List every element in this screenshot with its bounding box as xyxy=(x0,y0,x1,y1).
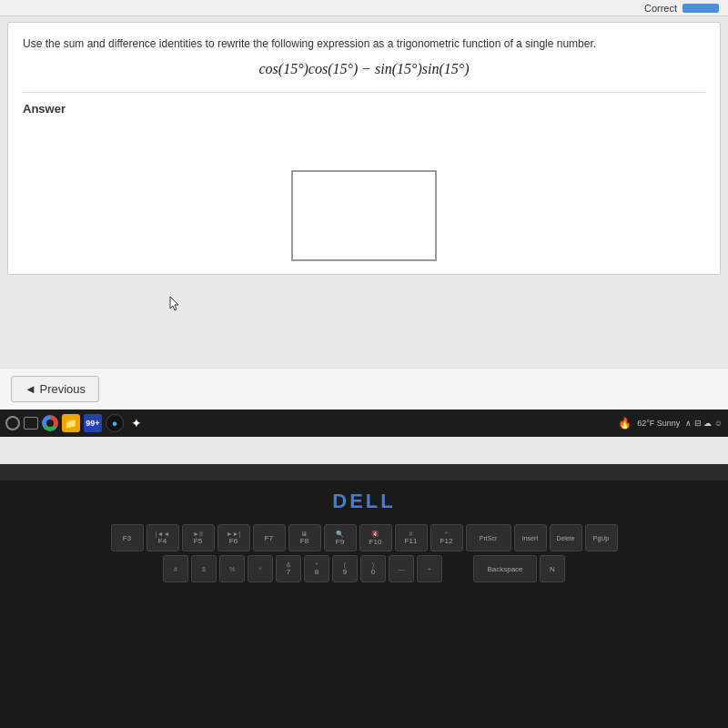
key-f8[interactable]: 🖥F8 xyxy=(288,524,321,551)
taskbar: 📁 99+ ● ✦ 🔥 62°F Sunny ∧ ⊟ ☁ ☺ xyxy=(0,410,728,437)
laptop-keyboard-area: DELL F3 |◄◄F4 ►IIF5 ►►|F6 F7 🖥F8 🔍F9 🔇F1… xyxy=(0,480,728,728)
correct-progress-bar xyxy=(682,4,719,13)
start-icon[interactable] xyxy=(5,416,20,430)
key-f3[interactable]: F3 xyxy=(111,524,144,551)
key-asterisk[interactable]: *8 xyxy=(304,555,329,582)
key-plus[interactable]: + xyxy=(417,555,442,582)
key-lparen[interactable]: (9 xyxy=(332,555,358,582)
question-instruction: Use the sum and difference identities to… xyxy=(23,35,705,52)
key-f5[interactable]: ►IIF5 xyxy=(182,524,215,551)
key-pgup[interactable]: PgUp xyxy=(585,524,618,551)
taskbar-right-area: 🔥 62°F Sunny ∧ ⊟ ☁ ☺ xyxy=(618,417,723,430)
content-area: Use the sum and difference identities to… xyxy=(7,22,721,275)
key-hash[interactable]: # xyxy=(163,555,188,582)
top-bar: Correct xyxy=(0,0,728,16)
key-f12[interactable]: *F12 xyxy=(430,524,463,551)
weather-text: 62°F Sunny xyxy=(637,419,680,428)
key-delete[interactable]: Delete xyxy=(550,524,582,551)
section-divider xyxy=(23,92,705,93)
key-percent[interactable]: % xyxy=(219,555,245,582)
key-ampersand[interactable]: &7 xyxy=(276,555,301,582)
key-f6[interactable]: ►►|F6 xyxy=(217,524,250,551)
bottom-navigation: ◄ Previous xyxy=(0,368,728,410)
previous-button[interactable]: ◄ Previous xyxy=(11,376,99,402)
laptop-bezel xyxy=(0,464,728,480)
task-view-icon[interactable] xyxy=(24,417,38,430)
key-f4[interactable]: |◄◄F4 xyxy=(147,524,179,551)
key-backspace[interactable]: Backspace xyxy=(473,555,537,582)
screen: Correct Use the sum and difference ident… xyxy=(0,0,728,464)
dell-logo: DELL xyxy=(332,490,395,513)
key-dollar[interactable]: $ xyxy=(191,555,217,582)
key-f10[interactable]: 🔇F10 xyxy=(359,524,392,551)
app-icon-badge[interactable]: 99+ xyxy=(84,414,102,432)
key-rparen[interactable]: )0 xyxy=(360,555,386,582)
key-n[interactable]: N xyxy=(540,555,565,582)
weather-icon: 🔥 xyxy=(618,417,632,430)
mouse-cursor xyxy=(169,296,180,312)
key-f11[interactable]: #F11 xyxy=(395,524,428,551)
system-tray-icons: ∧ ⊟ ☁ ☺ xyxy=(685,419,723,428)
answer-label: Answer xyxy=(23,102,705,116)
kb-row-symbols: # $ % ^ &7 *8 (9 )0 — + Backspace N xyxy=(18,555,710,582)
kb-row-fn: F3 |◄◄F4 ►IIF5 ►►|F6 F7 🖥F8 🔍F9 🔇F10 #F1… xyxy=(18,524,710,551)
key-caret[interactable]: ^ xyxy=(248,555,273,582)
file-explorer-icon[interactable]: 📁 xyxy=(62,414,80,432)
app-icon-feather[interactable]: ✦ xyxy=(127,414,146,432)
key-prtscr[interactable]: PrtScr xyxy=(466,524,511,551)
key-insert[interactable]: Insert xyxy=(514,524,547,551)
key-f7[interactable]: F7 xyxy=(253,524,286,551)
correct-label: Correct xyxy=(644,3,677,14)
app-icon-dark[interactable]: ● xyxy=(106,414,124,432)
answer-input-box[interactable] xyxy=(291,170,437,261)
chrome-icon[interactable] xyxy=(42,415,58,431)
keyboard: F3 |◄◄F4 ►IIF5 ►►|F6 F7 🖥F8 🔍F9 🔇F10 #F1… xyxy=(18,524,710,582)
math-expression: cos(15°)cos(15°) − sin(15°)sin(15°) xyxy=(23,61,705,77)
key-spacer xyxy=(445,555,470,582)
key-f9[interactable]: 🔍F9 xyxy=(324,524,357,551)
key-minus[interactable]: — xyxy=(389,555,414,582)
